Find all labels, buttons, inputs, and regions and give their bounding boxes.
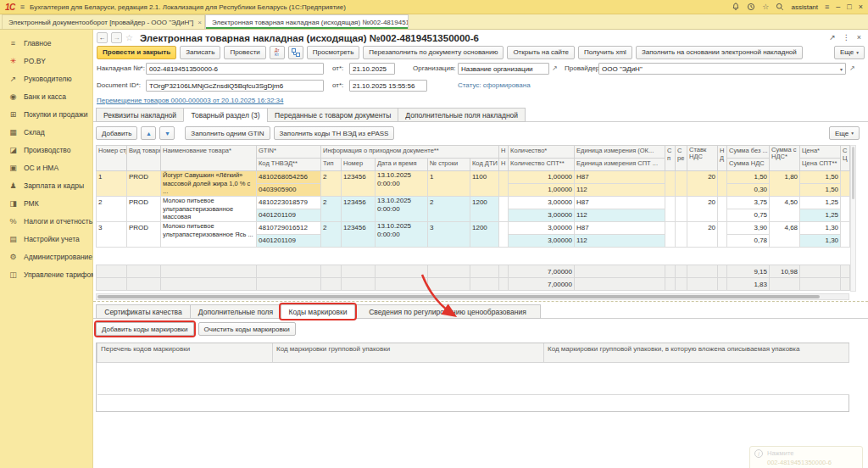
cell-unit[interactable]: H87 <box>575 171 665 184</box>
cell-doc-datetime[interactable]: 13.10.2025 0:00:00 <box>376 197 428 222</box>
cell-qty[interactable]: 1,00000 <box>509 171 575 184</box>
tab-close-icon[interactable]: × <box>198 19 202 26</box>
more-dots-icon[interactable]: ⋮ <box>843 33 850 42</box>
sidebar-item-accounting-settings[interactable]: ▤Настройки учета <box>0 230 92 248</box>
sidebar-item-home[interactable]: ≡Главное <box>0 34 92 52</box>
marking-empty-row[interactable] <box>97 362 849 394</box>
add-marking-codes-button[interactable]: Добавить коды маркировки <box>96 322 194 336</box>
cell-doc-line[interactable]: 2 <box>428 197 470 222</box>
cell-flag2[interactable] <box>718 197 727 222</box>
cell-unit-spt[interactable]: 112 <box>575 184 665 197</box>
cell-sum-vat[interactable]: 0,75 <box>727 209 770 222</box>
cell-qty-spt[interactable]: 1,00000 <box>509 184 575 197</box>
sidebar-item-manager[interactable]: ↗Руководителю <box>0 70 92 87</box>
cell-doc-number[interactable]: 123456 <box>342 222 376 248</box>
notifications-bell-icon[interactable] <box>732 3 740 11</box>
cell-doc-line[interactable]: 1 <box>428 171 470 197</box>
cell-doc-type[interactable]: 2 <box>321 222 342 248</box>
panel-splitter[interactable] <box>93 301 868 302</box>
cell-price[interactable]: 1,25 <box>800 197 841 209</box>
fill-from-invoice-button[interactable]: Заполнить на основании электронной накла… <box>636 46 803 59</box>
organization-input[interactable]: Название организации <box>458 63 549 75</box>
notification-toast[interactable]: i Нажмите 002-4819451350000-6 <box>749 446 863 468</box>
organization-open-icon[interactable]: ↗ <box>552 64 558 72</box>
tab-marking.tabs-2[interactable]: Коды маркировки <box>281 304 355 319</box>
cell-doc-type[interactable]: 2 <box>321 171 342 197</box>
cell-name[interactable]: Йогурт Савушкин «Лёгкий» массовой долей … <box>161 171 257 197</box>
cell-dti[interactable]: 1200 <box>470 222 499 248</box>
cell-row-number[interactable]: 1 <box>97 171 127 197</box>
cell-tnved[interactable]: 0401201109 <box>257 235 321 248</box>
cell-cut[interactable] <box>841 171 850 197</box>
main-menu-icon[interactable]: ≡ <box>20 3 25 11</box>
scroll-thumb[interactable] <box>852 147 854 199</box>
cell-price[interactable]: 1,50 <box>800 171 841 184</box>
cell-row-number[interactable]: 2 <box>97 197 127 222</box>
cell-doc-datetime[interactable]: 13.10.2025 0:00:00 <box>376 222 428 248</box>
cell-sum-wo-vat[interactable]: 1,50 <box>727 171 770 184</box>
cell-sp[interactable] <box>665 222 676 248</box>
cell-sum-vat[interactable]: 0,78 <box>727 235 770 248</box>
show-postings-button[interactable]: ДтКт <box>270 46 285 59</box>
cell-name[interactable]: Молоко питьевое ультрапастеризованное ма… <box>161 197 257 222</box>
invoice-number-input[interactable] <box>146 63 324 75</box>
sidebar-item-administration[interactable]: ⚙Администрирование <box>0 248 92 265</box>
post-button[interactable]: Провести <box>224 46 265 59</box>
provider-open-icon[interactable]: ↗ <box>849 64 855 72</box>
cell-sum-with-vat[interactable]: 4,50 <box>770 197 800 222</box>
cell-doc-line[interactable]: 3 <box>428 222 470 248</box>
cell-kind[interactable]: PROD <box>127 222 161 248</box>
cell-flag[interactable] <box>499 222 509 248</box>
cell-gtin[interactable]: 4810729016512 <box>257 222 321 235</box>
assistant-label[interactable]: assistant <box>791 3 818 11</box>
cell-vat-rate[interactable]: 20 <box>687 197 718 222</box>
back-button[interactable]: ← <box>97 32 108 43</box>
cell-qty-spt[interactable]: 3,00000 <box>509 235 575 248</box>
sidebar-item-poby[interactable]: ✳PO.BY <box>0 52 92 70</box>
cell-doc-number[interactable]: 123456 <box>342 171 376 197</box>
window-tab[interactable]: Электронная товарная накладная (исходяща… <box>205 14 409 29</box>
provider-input[interactable]: ООО "ЭДиН"▾ <box>598 63 846 75</box>
base-document-link[interactable]: Перемещение товаров 0000-000003 от 20.10… <box>97 97 284 104</box>
document-id-input[interactable] <box>146 80 324 92</box>
cell-sre[interactable] <box>676 197 687 222</box>
cell-cut[interactable] <box>841 197 850 222</box>
move-down-button[interactable]: ▼ <box>159 126 175 140</box>
more-button[interactable]: Еще▾ <box>834 46 865 59</box>
refill-from-base-button[interactable]: Перезаполнить по документу основанию <box>363 46 504 59</box>
cell-cut[interactable] <box>841 222 850 248</box>
scroll-thumb[interactable] <box>97 295 820 298</box>
tab-doc.tabs-3[interactable]: Дополнительные поля накладной <box>398 108 526 122</box>
cell-price-spt[interactable]: 1,25 <box>800 209 841 222</box>
cell-unit-spt[interactable]: 112 <box>575 209 665 222</box>
cell-gtin[interactable]: 4810223018579 <box>257 197 321 209</box>
sidebar-item-bank-cash[interactable]: ◉Банк и касса <box>0 87 92 105</box>
favorite-star-icon[interactable]: ☆ <box>125 33 133 42</box>
sidebar-item-tariff[interactable]: ◫Управление тарифом <box>0 265 92 283</box>
date1-input[interactable] <box>349 63 395 75</box>
cell-row-number[interactable]: 3 <box>97 222 127 248</box>
fill-one-gtin-button[interactable]: Заполнить одним GTIN <box>185 126 270 140</box>
tab-marking.tabs-3[interactable]: Сведения по регулированию ценообразовани… <box>354 304 541 319</box>
tab-doc.tabs-0[interactable]: Реквизиты накладной <box>96 108 184 122</box>
forward-button[interactable]: → <box>111 32 122 43</box>
cell-vat-rate[interactable]: 20 <box>687 222 718 248</box>
cell-sum-with-vat[interactable]: 1,80 <box>770 171 800 197</box>
write-button[interactable]: Записать <box>180 46 220 59</box>
goods-vertical-scrollbar[interactable] <box>850 145 856 292</box>
cell-kind[interactable]: PROD <box>127 171 161 197</box>
document-structure-button[interactable] <box>288 46 303 59</box>
view-button[interactable]: Просмотреть <box>307 46 360 59</box>
cell-qty[interactable]: 3,00000 <box>509 197 575 209</box>
goods-more-button[interactable]: Еще▾ <box>829 126 860 140</box>
search-icon[interactable] <box>776 3 784 11</box>
clear-marking-codes-button[interactable]: Очистить коды маркировки <box>198 322 296 336</box>
maximize-icon[interactable]: □ <box>847 3 851 11</box>
cell-flag[interactable] <box>499 171 509 197</box>
sidebar-item-warehouse[interactable]: ▦Склад <box>0 123 92 141</box>
cell-sum-wo-vat[interactable]: 3,75 <box>727 197 770 209</box>
cell-doc-number[interactable]: 123456 <box>342 197 376 222</box>
cell-unit[interactable]: H87 <box>575 222 665 235</box>
cell-kind[interactable]: PROD <box>127 197 161 222</box>
open-in-new-icon[interactable]: ↗ <box>829 33 836 42</box>
